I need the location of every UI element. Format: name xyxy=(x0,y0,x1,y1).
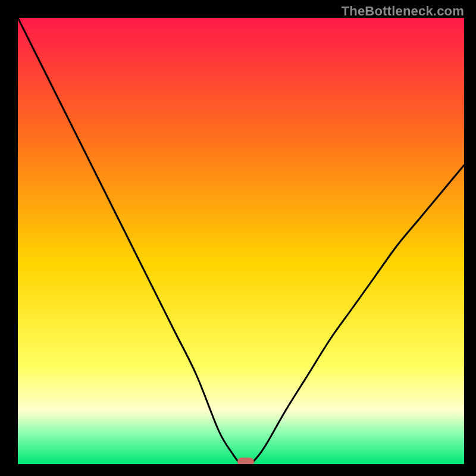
bottleneck-curve xyxy=(18,18,464,464)
curve-layer xyxy=(18,18,464,464)
chart-frame: TheBottleneck.com xyxy=(0,0,476,476)
watermark-text: TheBottleneck.com xyxy=(342,4,464,19)
plot-area xyxy=(18,18,464,464)
min-marker xyxy=(237,458,254,464)
